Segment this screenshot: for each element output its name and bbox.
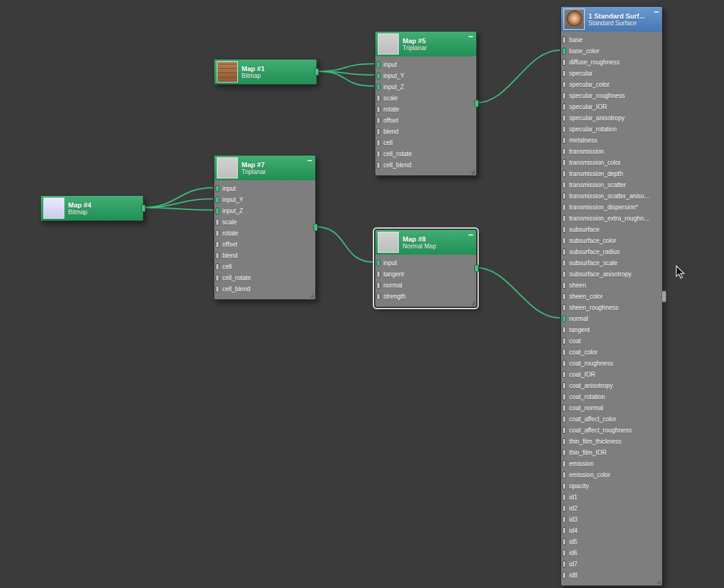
connection-wire-map5-to-std-base_color[interactable] — [476, 50, 560, 103]
input-socket-coat[interactable] — [562, 338, 566, 344]
input-socket-offset[interactable] — [216, 241, 219, 248]
node-graph-canvas[interactable]: Map #1BitmapMap #5Triplanar−inputinput_Y… — [0, 0, 724, 588]
input-socket-transmission_depth[interactable] — [562, 170, 566, 177]
input-socket-transmission_scatter[interactable] — [562, 182, 566, 188]
input-socket-coat_normal[interactable] — [562, 405, 566, 411]
connection-wire-map7-to-map8-input[interactable] — [315, 227, 374, 262]
input-socket-offset[interactable] — [377, 117, 380, 124]
input-socket-metalness[interactable] — [562, 137, 566, 144]
input-socket-normal[interactable] — [377, 282, 380, 289]
connection-wire-map8-to-std-normal[interactable] — [476, 268, 560, 318]
input-socket-rotate[interactable] — [216, 230, 219, 237]
input-socket-blend[interactable] — [216, 252, 219, 259]
input-socket-rotate[interactable] — [377, 106, 380, 113]
node-map5[interactable]: Map #5Triplanar−inputinput_Yinput_Zscale… — [375, 31, 477, 176]
node-header[interactable]: 1 Standard Surf...Standard Surface− — [561, 7, 662, 32]
input-socket-id4[interactable] — [562, 527, 566, 534]
input-socket-transmission_extra_roughn...[interactable] — [562, 215, 566, 222]
minimize-button[interactable]: − — [307, 156, 312, 165]
node-map1[interactable]: Map #1Bitmap — [214, 59, 317, 85]
node-map4[interactable]: Map #4Bitmap — [40, 195, 144, 221]
input-socket-emission_color[interactable] — [562, 472, 566, 478]
node-header[interactable]: Map #5Triplanar− — [375, 32, 476, 56]
input-socket-input_Z[interactable] — [216, 208, 219, 214]
input-socket-sheen[interactable] — [562, 282, 566, 289]
input-socket-cell_rotate[interactable] — [216, 274, 219, 281]
input-socket-coat_affect_color[interactable] — [562, 416, 566, 423]
connection-wire-map4-to-map7-input[interactable] — [143, 188, 213, 208]
input-socket-base[interactable] — [562, 37, 566, 43]
input-socket-sheen_roughness[interactable] — [562, 304, 566, 311]
input-socket-specular_roughness[interactable] — [562, 92, 566, 99]
input-socket-input[interactable] — [377, 260, 380, 266]
minimize-button[interactable]: − — [654, 7, 659, 17]
input-socket-subsurface_radius[interactable] — [562, 248, 566, 255]
input-socket-base_color[interactable] — [562, 48, 566, 55]
input-socket-input[interactable] — [377, 61, 380, 68]
input-socket-cell_blend[interactable] — [377, 162, 380, 169]
input-socket-diffuse_roughness[interactable] — [562, 59, 566, 66]
output-socket[interactable] — [315, 68, 319, 76]
minimize-button[interactable]: − — [468, 32, 473, 42]
input-socket-id7[interactable] — [562, 561, 566, 568]
input-socket-subsurface_color[interactable] — [562, 237, 566, 244]
output-socket[interactable] — [474, 265, 479, 272]
input-socket-id6[interactable] — [562, 550, 566, 556]
input-socket-input[interactable] — [216, 185, 219, 192]
node-map8[interactable]: Map #8Normal Map−inputtangentnormalstren… — [375, 229, 477, 307]
output-socket[interactable] — [141, 204, 146, 212]
node-map7[interactable]: Map #7Triplanar−inputinput_Yinput_Zscale… — [214, 155, 316, 300]
node-header[interactable]: Map #1Bitmap — [214, 59, 316, 84]
input-socket-coat_affect_roughness[interactable] — [562, 427, 566, 434]
input-socket-coat_rotation[interactable] — [562, 393, 566, 400]
input-socket-emission[interactable] — [562, 460, 566, 467]
input-socket-cell_rotate[interactable] — [377, 151, 380, 157]
input-socket-id3[interactable] — [562, 516, 566, 523]
input-socket-input_Z[interactable] — [377, 84, 380, 90]
node-scrollbar-handle[interactable] — [661, 291, 666, 302]
input-socket-specular_anisotropy[interactable] — [562, 115, 566, 121]
input-socket-blend[interactable] — [377, 128, 380, 135]
input-socket-transmission_dispersion*[interactable] — [562, 204, 566, 211]
input-socket-id5[interactable] — [562, 538, 566, 545]
input-socket-coat_IOR[interactable] — [562, 371, 566, 378]
connection-wire-map4-to-map7-input_Z[interactable] — [143, 208, 213, 210]
input-socket-strength[interactable] — [377, 293, 380, 300]
input-socket-tangent[interactable] — [562, 327, 566, 333]
connection-wire-map1-to-map5-input[interactable] — [316, 64, 374, 71]
input-socket-scale[interactable] — [377, 95, 380, 102]
input-socket-specular_IOR[interactable] — [562, 103, 566, 110]
input-socket-id8[interactable] — [562, 572, 566, 579]
input-socket-id1[interactable] — [562, 494, 566, 501]
input-socket-thin_film_IOR[interactable] — [562, 449, 566, 456]
input-socket-subsurface_scale[interactable] — [562, 260, 566, 266]
input-socket-thin_film_thickness[interactable] — [562, 438, 566, 445]
output-socket[interactable] — [313, 224, 318, 231]
input-socket-id2[interactable] — [562, 505, 566, 512]
input-socket-cell_blend[interactable] — [216, 286, 219, 292]
input-socket-cell[interactable] — [216, 263, 219, 270]
node-header[interactable]: Map #4Bitmap — [41, 196, 143, 221]
input-socket-input_Y[interactable] — [216, 196, 219, 203]
input-socket-specular[interactable] — [562, 70, 566, 77]
output-socket[interactable] — [474, 100, 479, 107]
input-socket-specular_rotation[interactable] — [562, 126, 566, 133]
input-socket-transmission[interactable] — [562, 148, 566, 155]
node-std[interactable]: 1 Standard Surf...Standard Surface−baseb… — [560, 6, 663, 586]
input-socket-scale[interactable] — [216, 219, 219, 226]
input-socket-transmission_scatter_aniso...[interactable] — [562, 193, 566, 200]
input-socket-input_Y[interactable] — [377, 72, 380, 79]
node-header[interactable]: Map #7Triplanar− — [214, 156, 315, 180]
input-socket-normal[interactable] — [562, 315, 566, 322]
input-socket-coat_anisotropy[interactable] — [562, 382, 566, 389]
input-socket-coat_color[interactable] — [562, 349, 566, 356]
input-socket-subsurface_anisotropy[interactable] — [562, 271, 566, 278]
input-socket-transmission_color[interactable] — [562, 159, 566, 166]
input-socket-cell[interactable] — [377, 139, 380, 146]
input-socket-coat_roughness[interactable] — [562, 360, 566, 367]
input-socket-sheen_color[interactable] — [562, 293, 566, 300]
input-socket-subsurface[interactable] — [562, 226, 566, 233]
input-socket-specular_color[interactable] — [562, 81, 566, 88]
input-socket-tangent[interactable] — [377, 271, 380, 278]
node-header[interactable]: Map #8Normal Map− — [375, 230, 476, 255]
